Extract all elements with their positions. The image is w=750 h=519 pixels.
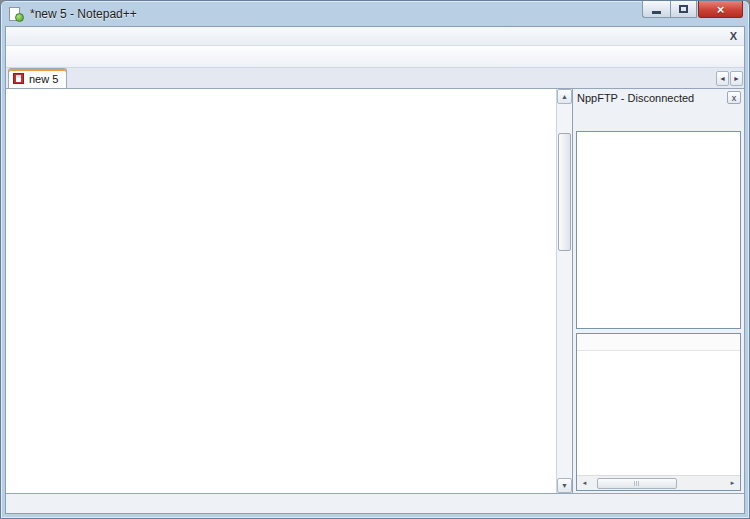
tab-label: new 5 [29,73,58,85]
maximize-icon [679,5,688,13]
scroll-down-icon[interactable]: ▼ [557,478,572,493]
tab-new-5[interactable]: new 5 [8,68,67,88]
nppftp-panel: NppFTP - Disconnected x ◄ ► [572,89,744,493]
scroll-left-icon[interactable]: ◄ [577,476,592,490]
floppy-label [16,78,21,82]
scrollbar-track[interactable] [558,105,571,477]
scroll-up-icon[interactable]: ▲ [557,89,572,104]
status-bar [6,493,744,513]
menu-close-icon[interactable]: X [730,30,737,42]
scrollbar-thumb[interactable] [558,133,571,251]
panel-close-icon[interactable]: x [727,91,741,104]
tab-bar: new 5 ◄ ► [6,68,744,89]
transfer-queue: ◄ ► [576,333,741,491]
nppftp-title: NppFTP - Disconnected [577,92,694,104]
app-icon-chameleon [15,13,24,22]
queue-horizontal-scrollbar[interactable]: ◄ ► [577,475,740,490]
ftp-file-tree[interactable] [576,131,741,329]
close-icon: × [717,3,725,16]
maximize-button[interactable] [670,1,697,18]
code-editor[interactable] [6,89,556,493]
tab-scroll-right-icon[interactable]: ► [730,71,743,86]
title-bar[interactable]: *new 5 - Notepad++ × [5,2,745,26]
window-client-area: X new 5 ◄ ► ▲ ▼ NppFTP - Disconnected x [5,26,745,514]
scrollbar-thumb[interactable] [597,478,677,489]
minimize-button[interactable] [642,1,670,18]
scroll-right-icon[interactable]: ► [725,476,740,490]
notepadpp-app-icon [8,7,24,22]
transfer-queue-header [577,334,740,351]
toolbar [6,46,744,68]
window-controls: × [642,1,743,18]
nppftp-toolbar [573,106,744,129]
editor-vertical-scrollbar[interactable]: ▲ ▼ [556,89,572,493]
close-button[interactable]: × [698,1,743,18]
main-area: ▲ ▼ NppFTP - Disconnected x ◄ [6,89,744,493]
app-window: *new 5 - Notepad++ × X new 5 ◄ ► ▲ [0,0,750,519]
menu-bar: X [6,27,744,46]
transfer-queue-list[interactable] [577,351,740,475]
tab-scroll-left-icon[interactable]: ◄ [716,71,729,86]
window-title: *new 5 - Notepad++ [30,7,137,21]
minimize-icon [652,11,661,14]
nppftp-header: NppFTP - Disconnected x [573,89,744,106]
unsaved-file-icon [13,73,24,84]
